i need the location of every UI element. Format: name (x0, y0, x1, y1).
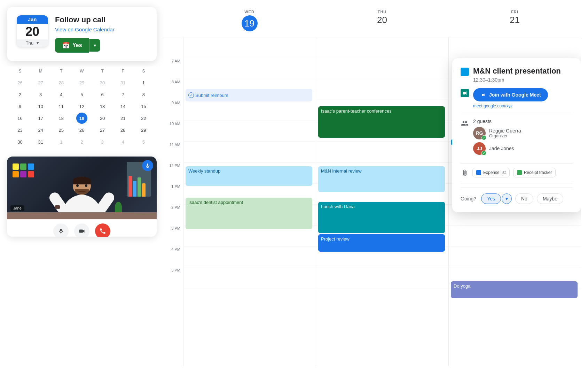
mini-cal-cell[interactable]: 1 (56, 136, 67, 147)
day-cell[interactable] (183, 100, 316, 121)
mini-cal-cell[interactable]: 27 (97, 124, 108, 136)
going-no-button[interactable]: No (515, 193, 533, 204)
check-circle-icon: ✓ (188, 92, 194, 98)
day-cell[interactable] (316, 58, 448, 79)
day-cell[interactable] (183, 267, 316, 288)
mini-cal-cell[interactable]: 29 (76, 77, 87, 88)
mini-cal-cell[interactable]: 2 (76, 136, 87, 147)
mini-cal-cell[interactable]: 22 (138, 113, 149, 124)
guest-name-1: Reggie Guerra (489, 128, 521, 134)
going-yes-dropdown-button[interactable]: ▾ (502, 193, 512, 204)
mini-cal-cell[interactable]: 21 (117, 113, 128, 124)
time-slot-10am: 10 AM (162, 121, 183, 142)
mini-cal-cell[interactable]: 8 (138, 89, 149, 100)
mini-cal-cell[interactable]: 13 (97, 101, 108, 112)
day-number-thu: 20 (316, 15, 448, 24)
mini-cal-cell[interactable]: 28 (56, 77, 67, 88)
day-cell[interactable] (183, 121, 316, 142)
day-header-fri: FRI 21 (448, 7, 581, 34)
mini-cal-cell[interactable]: 9 (15, 101, 26, 112)
event-submit-reimb[interactable]: ✓ Submit reimburs (186, 89, 312, 101)
calendar-add-icon: 📅 (62, 41, 70, 49)
join-google-meet-button[interactable]: Join with Google Meet (473, 88, 548, 101)
view-on-calendar-link[interactable]: View on Google Calendar (55, 26, 147, 32)
mini-cal-cell[interactable]: 18 (56, 113, 67, 124)
mini-cal-cell[interactable]: 4 (117, 136, 128, 147)
mini-cal-cell[interactable]: 29 (138, 124, 149, 136)
event-lunch-dana[interactable]: Lunch with Dana (318, 202, 445, 233)
mini-cal-cell[interactable]: 11 (56, 101, 67, 112)
mini-cal-cell[interactable]: 6 (97, 89, 108, 100)
day-cell[interactable] (316, 142, 448, 163)
mini-cal-cell[interactable]: 26 (15, 77, 26, 88)
attachment-expense-list[interactable]: Expense list (472, 168, 510, 177)
event-do-yoga[interactable]: Do yoga (451, 281, 578, 298)
mini-cal-cell[interactable]: 23 (15, 124, 26, 136)
mini-cal-cell[interactable]: 31 (35, 136, 46, 147)
day-cell[interactable] (316, 79, 448, 100)
event-popup-card: Jan 20 Thu Follow up call View on Google… (7, 7, 157, 61)
mini-cal-cell[interactable]: 12 (76, 101, 87, 112)
time-slot-4pm: 4 PM (162, 246, 183, 267)
guest-avatar-2: JJ ✓ (473, 142, 486, 155)
popup-event-time: 12:30–1:30pm (473, 77, 561, 83)
sticky-note (28, 163, 34, 170)
mini-cal-cell[interactable]: 3 (35, 89, 46, 100)
mini-cal-cell[interactable]: 30 (97, 77, 108, 88)
mini-cal-cell[interactable]: 16 (15, 113, 26, 124)
mini-cal-cell[interactable]: 25 (56, 124, 67, 136)
event-isaacs-dentist[interactable]: Isaac's dentist appointment (186, 198, 312, 229)
mini-cal-cell[interactable]: 20 (97, 113, 108, 124)
mini-cal-cell[interactable]: 5 (138, 136, 149, 147)
mini-cal-cell[interactable]: 2 (15, 89, 26, 100)
calendar-area: WED 19 THU 20 FRI 21 7 AM 8 AM 9 AM 10 A… (162, 7, 581, 366)
mini-cal-cell[interactable]: 27 (35, 77, 46, 88)
day-cell[interactable] (183, 246, 316, 267)
mini-cal-cell[interactable]: 31 (117, 77, 128, 88)
mini-cal-cell[interactable]: 3 (97, 136, 108, 147)
mini-cal-cell[interactable]: 4 (56, 89, 67, 100)
popup-divider (461, 114, 573, 114)
mini-cal-cell[interactable]: 14 (117, 101, 128, 112)
mini-cal-cell[interactable]: 10 (35, 101, 46, 112)
mini-cal-cell[interactable]: 15 (138, 101, 149, 112)
event-project-review[interactable]: Project review (318, 234, 445, 252)
video-toggle-button[interactable] (74, 223, 89, 237)
wristwatch (55, 205, 60, 209)
day-cell[interactable] (183, 37, 316, 58)
mute-button[interactable] (53, 223, 69, 237)
mini-cal-cell[interactable]: 24 (35, 124, 46, 136)
sticky-note (13, 171, 19, 177)
mini-cal-cell[interactable]: 26 (76, 124, 87, 136)
going-maybe-button[interactable]: Maybe (537, 193, 563, 204)
mini-cal-cell[interactable]: 7 (117, 89, 128, 100)
event-popup-title: Follow up call (55, 15, 147, 24)
going-yes-button[interactable]: Yes (481, 193, 501, 204)
day-cell[interactable] (449, 246, 581, 267)
mini-cal-cell[interactable]: 17 (35, 113, 46, 124)
mini-cal-cell[interactable]: 30 (15, 136, 26, 147)
attachment-receipt-tracker[interactable]: Receipt tracker (513, 168, 556, 177)
mini-cal-week-1: 26 27 28 29 30 31 1 (10, 77, 154, 88)
hangup-button[interactable] (95, 223, 110, 237)
day-cell[interactable] (316, 267, 448, 288)
time-slot-7am: 7 AM (162, 58, 183, 79)
day-cell[interactable] (449, 226, 581, 246)
sticky-note (28, 171, 34, 177)
popup-meet-content: Join with Google Meet meet.google.com/xy… (473, 88, 548, 108)
mini-cal-cell-today[interactable]: 19 (76, 113, 87, 124)
mini-cal-cell[interactable]: 28 (117, 124, 128, 136)
day-cell[interactable] (449, 37, 581, 58)
attachment-icon (461, 169, 469, 177)
mini-cal-cell[interactable]: 1 (138, 77, 149, 88)
day-cell[interactable] (183, 58, 316, 79)
rsvp-yes-button[interactable]: 📅 Yes (55, 38, 89, 53)
day-cell[interactable] (316, 37, 448, 58)
day-cell[interactable] (183, 142, 316, 163)
mini-cal-cell[interactable]: 5 (76, 89, 87, 100)
rsvp-dropdown-button[interactable]: ▾ (89, 39, 100, 52)
sticky-note (13, 163, 19, 170)
event-isaacs-parent[interactable]: Isaac's parent-teacher conferences (318, 106, 445, 138)
event-mn-internal[interactable]: M&N internal review (318, 166, 445, 192)
event-weekly-standup[interactable]: Weekly standup (186, 166, 312, 186)
